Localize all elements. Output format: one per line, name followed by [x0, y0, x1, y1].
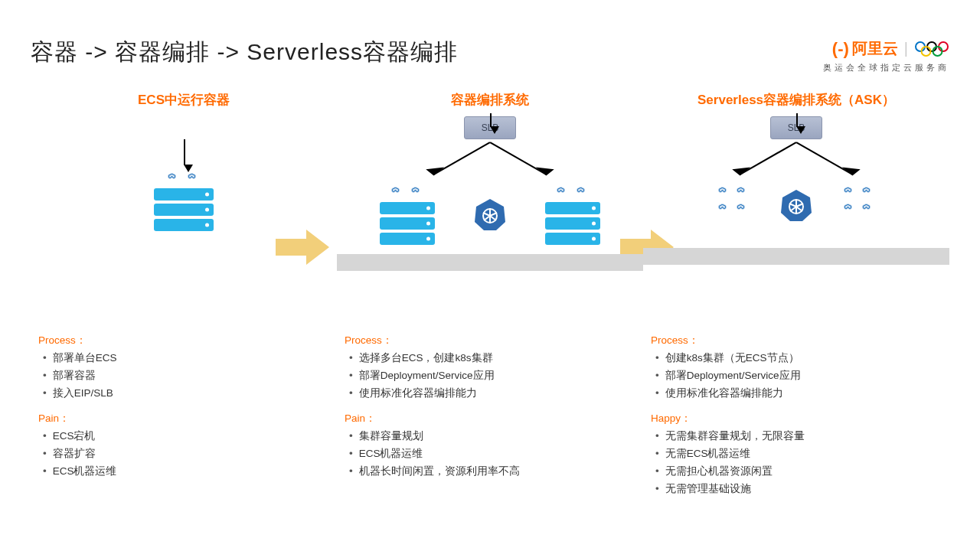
process-heading: Process：	[651, 332, 942, 350]
process-heading: Process：	[38, 332, 329, 350]
column-orchestration: 容器编排系统 SLB	[337, 91, 643, 497]
pain-list: 集群容量规划 ECS机器运维 机器长时间闲置，资源利用率不高	[345, 428, 635, 481]
process-list: 部署单台ECS 部署容器 接入EIP/SLB	[38, 350, 329, 403]
pod-icon: ᯅ	[718, 201, 730, 214]
server-icon	[545, 202, 600, 245]
alicloud-logo: (-)阿里云	[832, 38, 898, 59]
pod-icon: ᯅ	[557, 184, 569, 197]
pod-icon: ᯅ	[577, 184, 589, 197]
column-title: Serverless容器编排系统（ASK）	[651, 91, 942, 109]
infra-bar	[643, 248, 949, 265]
brand-block: (-)阿里云 | 奥运会全球指定云服务商	[823, 38, 949, 73]
infra-bar	[337, 254, 643, 271]
split-arrows-icon	[345, 141, 635, 184]
pain-list: ECS宕机 容器扩容 ECS机器运维	[38, 428, 329, 481]
olympic-rings-icon	[914, 41, 949, 57]
pod-icon: ᯅ	[168, 170, 180, 184]
column-title: ECS中运行容器	[38, 91, 329, 109]
kubernetes-icon	[779, 188, 813, 222]
pod-icon: ᯅ	[844, 184, 856, 197]
pod-icon: ᯅ	[391, 184, 403, 197]
slide-title: 容器 -> 容器编排 -> Serverless容器编排	[31, 37, 949, 68]
svg-line-5	[434, 142, 490, 174]
pain-heading: Pain：	[345, 410, 635, 428]
pod-icon: ᯅ	[844, 201, 856, 214]
svg-line-19	[796, 142, 852, 174]
pod-icon: ᯅ	[737, 201, 749, 214]
pod-icon: ᯅ	[718, 184, 730, 197]
svg-line-7	[490, 142, 546, 174]
column-ecs: ECS中运行容器 ᯅ ᯅ Process： 部署单台ECS 部署容器 接入E	[31, 91, 337, 497]
pod-icon: ᯅ	[862, 184, 874, 197]
pain-heading: Pain：	[38, 410, 329, 428]
separator: |	[904, 40, 908, 57]
column-title: 容器编排系统	[345, 91, 635, 109]
column-serverless: Serverless容器编排系统（ASK） SLB ᯅᯅ	[643, 91, 949, 497]
pod-icon: ᯅ	[411, 184, 423, 197]
server-icon	[380, 202, 435, 245]
brand-tagline: 奥运会全球指定云服务商	[823, 62, 949, 73]
happy-heading: Happy：	[651, 410, 942, 428]
split-arrows-icon	[651, 141, 942, 184]
process-list: 创建k8s集群（无ECS节点） 部署Deployment/Service应用 使…	[651, 350, 942, 403]
pod-icon: ᯅ	[862, 201, 874, 214]
kubernetes-icon	[473, 197, 507, 231]
process-heading: Process：	[345, 332, 635, 350]
server-icon	[154, 188, 214, 231]
process-list: 选择多台ECS，创建k8s集群 部署Deployment/Service应用 使…	[345, 350, 635, 403]
svg-line-17	[740, 142, 796, 174]
happy-list: 无需集群容量规划，无限容量 无需ECS机器运维 无需担心机器资源闲置 无需管理基…	[651, 428, 942, 498]
pod-icon: ᯅ	[737, 184, 749, 197]
